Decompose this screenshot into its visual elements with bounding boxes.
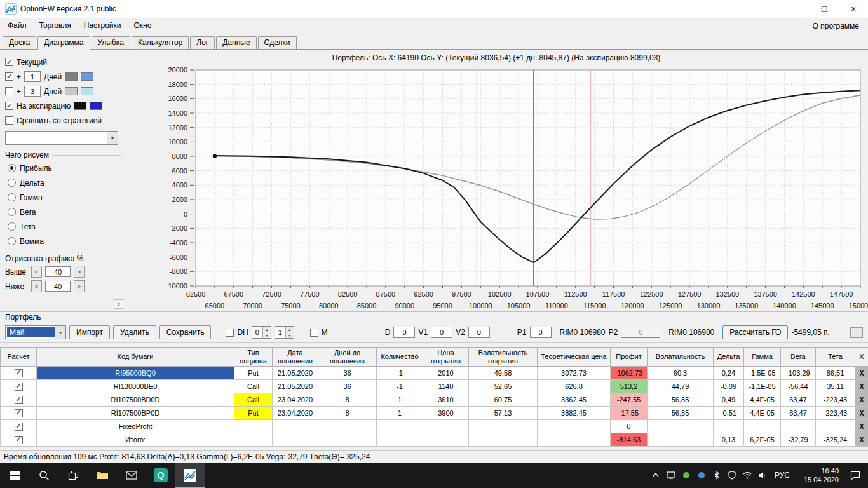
search-button[interactable] — [29, 463, 58, 488]
column-header-1[interactable]: Код бумаги — [37, 348, 234, 367]
row-checkbox[interactable] — [15, 423, 23, 431]
portfolio-combobox[interactable]: Май ▼ — [5, 325, 66, 339]
cell-option-type[interactable]: Call — [234, 380, 273, 393]
row-delete-button[interactable]: X — [855, 380, 868, 393]
p1-input[interactable] — [530, 327, 552, 338]
column-header-13[interactable]: Вега — [781, 348, 816, 367]
cell-expiry-date[interactable] — [273, 433, 318, 447]
m-checkbox[interactable] — [310, 329, 318, 337]
row-checkbox[interactable] — [15, 383, 23, 391]
quik-app-button[interactable]: Q — [146, 463, 175, 488]
minimize-button[interactable]: – — [780, 0, 810, 18]
cell-volatility[interactable] — [648, 433, 714, 447]
task-view-button[interactable] — [58, 463, 88, 488]
tab-deals[interactable]: Сделки — [258, 36, 297, 49]
save-button[interactable]: Сохранить — [159, 325, 212, 339]
draw-option-theta[interactable]: Тета — [5, 219, 123, 234]
row-checkbox[interactable] — [15, 409, 23, 417]
v2-input[interactable] — [468, 327, 490, 338]
chevron-down-icon[interactable]: ▼ — [107, 132, 118, 144]
spin-up-icon[interactable]: ▲ — [263, 327, 271, 332]
row-checkbox[interactable] — [15, 396, 23, 404]
cell-code[interactable]: Итого: — [37, 433, 234, 447]
cell-quantity[interactable]: 1 — [377, 407, 423, 420]
column-header-4[interactable]: Дней до погашения — [318, 348, 377, 367]
cell-days-to-expiry[interactable] — [318, 420, 377, 433]
display-tray-button[interactable] — [663, 463, 679, 488]
action-center-button[interactable] — [843, 463, 868, 488]
cell-option-type[interactable] — [234, 433, 273, 447]
below-increase-button[interactable]: > — [74, 280, 85, 292]
cell-open-price[interactable] — [423, 420, 469, 433]
file-explorer-button[interactable] — [88, 463, 117, 488]
cell-days-to-expiry[interactable]: 36 — [318, 367, 377, 380]
cell-days-to-expiry[interactable]: 36 — [318, 380, 377, 393]
cell-days-to-expiry[interactable]: 8 — [318, 407, 377, 420]
bluetooth-tray-button[interactable] — [709, 463, 724, 488]
payoff-chart[interactable]: 2000018000160001400012000100008000600040… — [125, 66, 868, 311]
plus3-color-swatch-2[interactable] — [81, 87, 93, 95]
row-calc-cell[interactable] — [1, 367, 37, 380]
cell-code[interactable]: RI95000BQ0 — [37, 367, 234, 380]
radio-icon[interactable] — [8, 164, 16, 172]
blue-app-tray-button[interactable] — [694, 463, 709, 488]
cell-open-volatility[interactable]: 57,13 — [469, 407, 538, 420]
menu-item-settings[interactable]: Настройки — [78, 18, 128, 34]
tab-board[interactable]: Доска — [3, 36, 36, 49]
below-percent-input[interactable] — [45, 281, 71, 292]
menu-item-trading[interactable]: Торговля — [33, 18, 78, 34]
cell-days-to-expiry[interactable] — [318, 433, 377, 447]
start-button[interactable] — [0, 463, 29, 488]
column-header-3[interactable]: Дата погашения — [273, 348, 318, 367]
optionfw-app-button[interactable] — [175, 463, 205, 488]
plus3-checkbox[interactable] — [5, 87, 13, 95]
cell-code[interactable]: FixedProfit — [37, 420, 234, 433]
cell-open-price[interactable]: 1140 — [423, 380, 469, 393]
draw-option-delta[interactable]: Дельта — [5, 175, 123, 190]
column-header-9[interactable]: Профит — [611, 348, 648, 367]
above-decrease-button[interactable]: < — [31, 266, 42, 278]
column-header-8[interactable]: Теоретическая цена — [538, 348, 611, 367]
cell-quantity[interactable]: -1 — [377, 380, 423, 393]
dh-spinner-2-input[interactable] — [275, 327, 285, 338]
row-delete-button[interactable]: X — [855, 420, 868, 433]
cell-volatility[interactable]: 56,85 — [648, 407, 714, 420]
spin-up-icon[interactable]: ▲ — [286, 327, 294, 332]
draw-option-vega[interactable]: Вега — [5, 205, 123, 219]
cell-expiry-date[interactable]: 23.04.2020 — [273, 407, 318, 420]
column-header-12[interactable]: Гамма — [744, 348, 781, 367]
cell-days-to-expiry[interactable]: 8 — [318, 393, 377, 407]
collapse-portfolio-button[interactable]: _ — [850, 327, 863, 338]
radio-icon[interactable] — [8, 179, 16, 187]
language-indicator[interactable]: РУС — [770, 463, 794, 488]
column-header-0[interactable]: Расчет — [1, 348, 37, 367]
draw-option-profit[interactable]: Прибыль — [5, 161, 123, 175]
dh-spinner-1[interactable]: ▲▼ — [252, 326, 271, 339]
cell-volatility[interactable]: 44,79 — [648, 380, 714, 393]
cell-expiry-date[interactable] — [273, 420, 318, 433]
draw-option-gamma[interactable]: Гамма — [5, 190, 123, 205]
draw-option-vomma[interactable]: Вомма — [5, 234, 123, 248]
expiration-color-swatch-2[interactable] — [90, 102, 102, 110]
taskbar-clock[interactable]: 16:40 15.04.2020 — [794, 463, 843, 488]
tab-diagram[interactable]: Диаграмма — [37, 36, 90, 50]
column-header-15[interactable]: X — [855, 348, 868, 367]
calculate-go-button[interactable]: Рассчитать ГО — [722, 325, 788, 339]
plus1-color-swatch-2[interactable] — [81, 72, 93, 81]
scroll-down-icon[interactable]: ∨ — [114, 299, 123, 309]
maximize-button[interactable]: □ — [810, 0, 839, 18]
row-delete-button[interactable]: X — [855, 393, 868, 407]
v1-input[interactable] — [431, 327, 452, 338]
cell-open-volatility[interactable]: 52,65 — [469, 380, 538, 393]
radio-icon[interactable] — [8, 237, 16, 245]
row-delete-button[interactable]: X — [855, 407, 868, 420]
column-header-5[interactable]: Количество — [377, 348, 423, 367]
plus3-color-swatch-1[interactable] — [65, 87, 78, 95]
cell-option-type[interactable]: Put — [234, 407, 273, 420]
plus1-days-input[interactable] — [24, 71, 41, 82]
cell-option-type[interactable] — [234, 420, 273, 433]
cell-open-volatility[interactable] — [469, 420, 538, 433]
dh-spinner-1-input[interactable] — [252, 327, 262, 338]
column-header-7[interactable]: Волатильность открытия — [469, 348, 538, 367]
chevron-down-icon[interactable]: ▼ — [55, 326, 65, 339]
